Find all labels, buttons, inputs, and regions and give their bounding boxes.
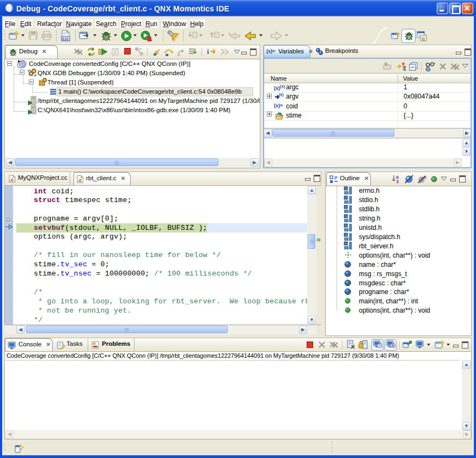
svg-text:C: C <box>422 36 425 41</box>
svg-text:s: s <box>424 175 427 180</box>
svg-text:.c: .c <box>10 177 14 182</box>
svg-text:(x): (x) <box>279 93 284 97</box>
svg-text:.c: .c <box>78 178 82 183</box>
svg-text:010: 010 <box>62 37 69 41</box>
svg-text:z: z <box>396 179 399 184</box>
